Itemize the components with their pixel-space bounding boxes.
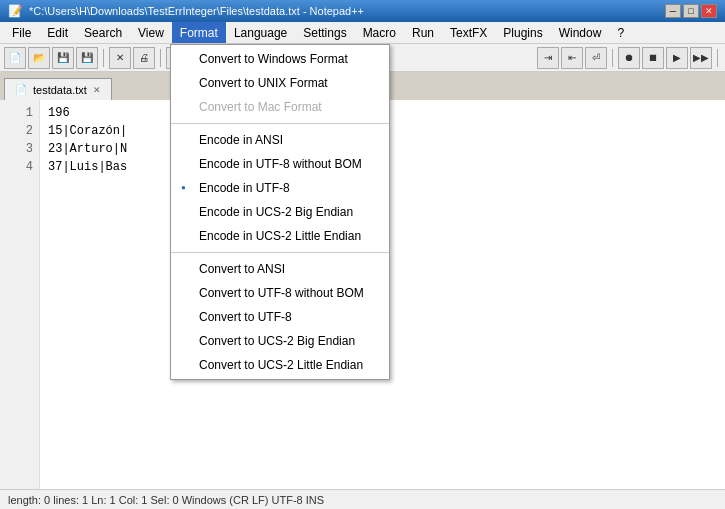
- menu-separator: [171, 123, 389, 124]
- menu-item-macro[interactable]: Macro: [355, 22, 404, 43]
- save-button[interactable]: 💾: [52, 47, 74, 69]
- format-menu-item[interactable]: Encode in UCS-2 Little Endian: [171, 224, 389, 248]
- format-menu-item[interactable]: Convert to UCS-2 Little Endian: [171, 353, 389, 377]
- menu-item-view[interactable]: View: [130, 22, 172, 43]
- format-menu-item[interactable]: Convert to UNIX Format: [171, 71, 389, 95]
- menu-item-settings[interactable]: Settings: [295, 22, 354, 43]
- line-number: 2: [0, 122, 39, 140]
- menu-item-?[interactable]: ?: [609, 22, 632, 43]
- format-menu-item[interactable]: Encode in UTF-8 without BOM: [171, 152, 389, 176]
- format-menu-item[interactable]: Convert to Windows Format: [171, 47, 389, 71]
- menu-item-edit[interactable]: Edit: [39, 22, 76, 43]
- line-number: 1: [0, 104, 39, 122]
- format-menu-item[interactable]: Encode in UCS-2 Big Endian: [171, 200, 389, 224]
- format-dropdown: Convert to Windows FormatConvert to UNIX…: [170, 44, 390, 380]
- menu-separator: [171, 252, 389, 253]
- format-menu-item: Convert to Mac Format: [171, 95, 389, 119]
- format-menu-item[interactable]: Convert to ANSI: [171, 257, 389, 281]
- tab-label: testdata.txt: [33, 84, 87, 96]
- line-number: 4: [0, 158, 39, 176]
- format-menu-item[interactable]: Convert to UCS-2 Big Endian: [171, 329, 389, 353]
- tab-testdata[interactable]: 📄 testdata.txt ✕: [4, 78, 112, 100]
- format-menu-item[interactable]: Convert to UTF-8: [171, 305, 389, 329]
- zoom-in-button[interactable]: ⇥: [537, 47, 559, 69]
- menu-item-run[interactable]: Run: [404, 22, 442, 43]
- menu-item-search[interactable]: Search: [76, 22, 130, 43]
- close-button[interactable]: ✕: [701, 4, 717, 18]
- format-menu-item[interactable]: Convert to UTF-8 without BOM: [171, 281, 389, 305]
- format-menu-item[interactable]: Encode in UTF-8: [171, 176, 389, 200]
- maximize-button[interactable]: □: [683, 4, 699, 18]
- play-button[interactable]: ▶: [666, 47, 688, 69]
- status-text: length: 0 lines: 1 Ln: 1 Col: 1 Sel: 0 W…: [8, 494, 324, 506]
- line-number: 3: [0, 140, 39, 158]
- menu-item-file[interactable]: File: [4, 22, 39, 43]
- menu-item-format[interactable]: Format: [172, 22, 226, 43]
- close-button-2[interactable]: ✕: [109, 47, 131, 69]
- title-bar-text: *C:\Users\H\Downloads\TestErrInteger\Fil…: [29, 5, 364, 17]
- menu-item-textfx[interactable]: TextFX: [442, 22, 495, 43]
- new-button[interactable]: 📄: [4, 47, 26, 69]
- record-button[interactable]: ⏺: [618, 47, 640, 69]
- menu-item-plugins[interactable]: Plugins: [495, 22, 550, 43]
- menu-bar: FileEditSearchViewFormatLanguageSettings…: [0, 22, 725, 44]
- save-all-button[interactable]: 💾: [76, 47, 98, 69]
- status-bar: length: 0 lines: 1 Ln: 1 Col: 1 Sel: 0 W…: [0, 489, 725, 509]
- minimize-button[interactable]: ─: [665, 4, 681, 18]
- line-numbers: 1234: [0, 100, 40, 489]
- menu-item-window[interactable]: Window: [551, 22, 610, 43]
- open-button[interactable]: 📂: [28, 47, 50, 69]
- format-menu-item[interactable]: Encode in ANSI: [171, 128, 389, 152]
- sep6: [717, 49, 718, 67]
- sep1: [103, 49, 104, 67]
- sep2: [160, 49, 161, 67]
- run-button[interactable]: ▶▶: [690, 47, 712, 69]
- sep5: [612, 49, 613, 67]
- menu-item-language[interactable]: Language: [226, 22, 295, 43]
- wrap-button[interactable]: ⏎: [585, 47, 607, 69]
- title-bar: 📝 *C:\Users\H\Downloads\TestErrInteger\F…: [0, 0, 725, 22]
- print-button[interactable]: 🖨: [133, 47, 155, 69]
- stop-button[interactable]: ⏹: [642, 47, 664, 69]
- zoom-out-button[interactable]: ⇤: [561, 47, 583, 69]
- app-icon: 📝: [8, 4, 23, 18]
- tab-close-icon[interactable]: ✕: [93, 85, 101, 95]
